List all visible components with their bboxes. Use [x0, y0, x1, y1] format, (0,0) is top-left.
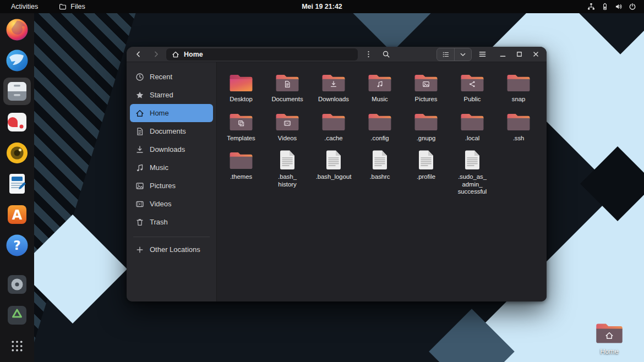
file-item-desktop[interactable]: Desktop: [218, 70, 264, 105]
window-controls: [496, 48, 542, 61]
file-icon: [325, 150, 342, 171]
star-icon: [135, 91, 144, 100]
view-options-dropdown[interactable]: [454, 48, 471, 61]
file-item-label: .profile: [417, 173, 435, 181]
clock-icon: [135, 73, 144, 81]
screen: Activities Files Mei 19 21:42 A ?: [0, 0, 644, 362]
top-bar: Activities Files Mei 19 21:42: [0, 0, 644, 13]
sidebar-item-downloads[interactable]: Downloads: [130, 140, 213, 158]
close-button[interactable]: [529, 48, 542, 61]
file-item-label: .sudo_​as_​admin_​successful: [454, 173, 490, 196]
file-item-label: Documents: [271, 96, 303, 103]
file-icon: [506, 110, 531, 132]
file-icon: [413, 149, 439, 171]
search-button[interactable]: [379, 48, 393, 61]
file-icon: [228, 71, 254, 93]
sidebar-item-trash[interactable]: Trash: [130, 213, 213, 231]
file-item-documents[interactable]: Documents: [264, 70, 310, 105]
file-item-bashrc[interactable]: .bashrc: [357, 147, 403, 197]
file-item-label: Public: [464, 96, 481, 103]
file-pane[interactable]: Desktop Documents Downloads Music Pictur…: [216, 62, 547, 301]
dock-item-rhythmbox[interactable]: [3, 108, 31, 136]
file-item-downloads[interactable]: Downloads: [310, 70, 357, 105]
file-item-themes[interactable]: .themes: [218, 147, 264, 197]
sidebar-item-recent[interactable]: Recent: [130, 68, 213, 86]
file-item-snap[interactable]: snap: [495, 70, 542, 105]
window-titlebar[interactable]: Home: [127, 47, 547, 62]
app-menu-label: Files: [70, 3, 85, 10]
file-item-gnupg[interactable]: .gnupg: [403, 109, 449, 144]
file-item-label: .ssh: [513, 135, 525, 142]
file-item-label: Music: [372, 96, 388, 103]
system-status-area[interactable]: [587, 3, 638, 10]
path-options-button[interactable]: [361, 48, 375, 61]
file-icon: [367, 110, 392, 132]
file-item-pictures[interactable]: Pictures: [403, 70, 449, 105]
clock[interactable]: Mei 19 21:42: [302, 3, 342, 10]
file-item-label: .bash_​history: [269, 173, 305, 188]
sidebar-item-other-locations[interactable]: Other Locations: [130, 240, 213, 259]
file-item-bash-logout[interactable]: .bash_​logout: [310, 147, 357, 197]
dock-item-thunderbird[interactable]: [3, 47, 31, 74]
sidebar-item-home[interactable]: Home: [130, 104, 213, 122]
file-item-local[interactable]: .local: [449, 109, 495, 144]
file-item-public[interactable]: Public: [449, 70, 495, 105]
dock-item-libreoffice-writer[interactable]: [3, 170, 31, 198]
maximize-button[interactable]: [512, 48, 526, 61]
download-emblem-icon: [330, 80, 337, 88]
chevron-down-icon: [459, 51, 467, 58]
file-item-label: .cache: [324, 135, 342, 142]
list-view-button[interactable]: [437, 48, 454, 61]
window-body: Recent Starred Home Documents Downloads …: [127, 62, 547, 301]
sidebar-item-pictures[interactable]: Pictures: [130, 177, 213, 195]
back-button[interactable]: [131, 48, 145, 61]
file-item-sudo-as-admin-successful[interactable]: .sudo_​as_​admin_​successful: [449, 147, 495, 197]
sidebar-item-starred[interactable]: Starred: [130, 86, 213, 104]
path-bar[interactable]: Home: [166, 48, 358, 61]
file-item-cache[interactable]: .cache: [310, 109, 357, 144]
ubuntu-software-icon: A: [5, 202, 29, 227]
file-item-videos[interactable]: Videos: [264, 109, 310, 144]
forward-button[interactable]: [149, 48, 163, 61]
file-item-label: .gnupg: [417, 135, 436, 142]
dock-item-files[interactable]: [3, 78, 31, 105]
file-item-templates[interactable]: Templates: [218, 109, 264, 144]
video-emblem-icon: [283, 119, 291, 127]
folder-icon: [367, 112, 392, 132]
shotwell-icon: [5, 141, 29, 165]
files-app-icon: [59, 3, 67, 10]
dock-item-trash[interactable]: [3, 301, 31, 329]
app-grid-icon: [8, 337, 26, 355]
dock-item-firefox[interactable]: [3, 16, 31, 43]
file-icon: [372, 150, 388, 171]
file-item-ssh[interactable]: .ssh: [495, 109, 542, 144]
dock-item-ubuntu-software[interactable]: A: [3, 201, 31, 228]
dock-item-shotwell[interactable]: [3, 139, 31, 167]
sidebar-item-label: Music: [150, 163, 168, 172]
app-menu-files[interactable]: Files: [56, 0, 88, 13]
file-item-config[interactable]: .config: [357, 109, 403, 144]
window-menu-button[interactable]: [475, 48, 489, 61]
show-applications-button[interactable]: [3, 332, 31, 360]
view-toggle-group: [436, 48, 472, 61]
file-item-music[interactable]: Music: [357, 70, 403, 105]
topbar-left: Activities Files: [8, 0, 89, 13]
file-icon: [321, 149, 346, 171]
chevron-left-icon: [134, 50, 143, 58]
desktop-icon-home[interactable]: Home: [588, 321, 631, 355]
firefox-icon: [5, 18, 29, 42]
activities-button[interactable]: Activities: [8, 0, 41, 13]
sidebar-item-music[interactable]: Music: [130, 158, 213, 177]
file-icon: [506, 71, 531, 93]
home-icon: [172, 51, 179, 58]
sidebar-item-videos[interactable]: Videos: [130, 195, 213, 213]
file-item-bash-history[interactable]: .bash_​history: [264, 147, 310, 197]
file-item-profile[interactable]: .profile: [403, 147, 449, 197]
dock-item-help[interactable]: ?: [3, 232, 31, 259]
minimize-button[interactable]: [496, 48, 509, 61]
disks-icon: [5, 272, 29, 297]
sidebar-item-documents[interactable]: Documents: [130, 122, 213, 140]
sidebar-separator: [133, 237, 210, 237]
file-icon: [275, 71, 300, 93]
dock-item-disks[interactable]: [3, 271, 31, 298]
